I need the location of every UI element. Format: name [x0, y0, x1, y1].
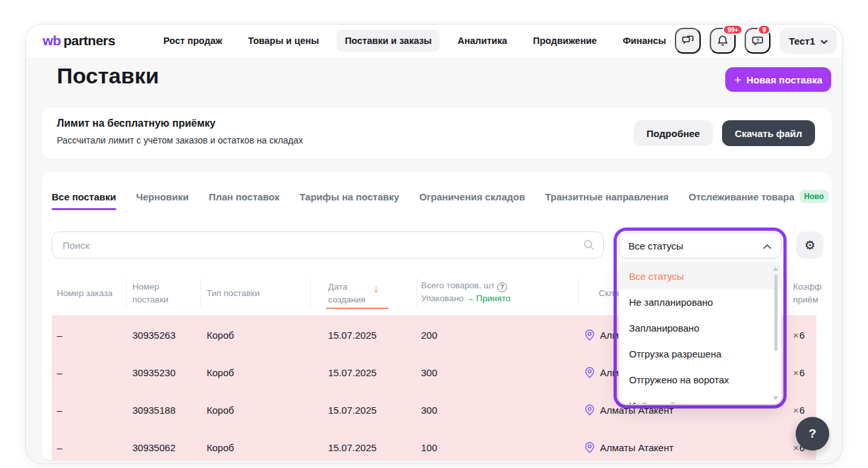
help-fab-button[interactable]: ?	[796, 417, 829, 451]
location-pin-icon	[584, 329, 595, 341]
location-pin-icon	[584, 367, 595, 379]
new-feature-badge: Ново	[800, 190, 829, 203]
chat-icon	[681, 34, 694, 47]
tab-all-supplies[interactable]: Все поставки	[52, 191, 116, 210]
chevron-up-icon	[763, 240, 772, 251]
col-header-acceptance-coeff: Коэфф приём	[793, 281, 822, 306]
table-settings-button[interactable]: ⚙	[796, 231, 823, 259]
multiply-icon: ×	[793, 405, 799, 416]
status-option-shipped-at-gates[interactable]: Отгружено на воротах	[619, 367, 781, 392]
scroll-up-arrow-icon[interactable]	[773, 267, 778, 271]
sort-desc-icon[interactable]: ↓	[373, 283, 378, 295]
nav-item-analytics[interactable]: Аналитика	[449, 30, 515, 52]
banner-actions: Подробнее Скачать файл	[634, 120, 815, 146]
app-window: wbpartners Рост продаж Товары и цены Пос…	[26, 25, 842, 463]
scroll-down-arrow-icon[interactable]	[773, 396, 778, 400]
notifications-badge: 99+	[723, 25, 743, 35]
warehouse-name: Алматы Атакент	[600, 442, 674, 453]
nav-item-finance[interactable]: Финансы	[614, 30, 674, 52]
supplies-panel: Все поставки Черновики План поставок Тар…	[41, 172, 832, 460]
supplies-tabs: Все поставки Черновики План поставок Тар…	[52, 190, 829, 211]
arrow-right-icon: →	[464, 293, 477, 303]
col-header-supply-number: Номер поставки	[132, 281, 169, 306]
col-header-total-goods: Всего товаров, шт? Упаковано→Принято	[421, 279, 510, 305]
brand-logo[interactable]: wbpartners	[43, 33, 115, 48]
column-divider	[417, 278, 417, 308]
banner-subtitle: Рассчитали лимит с учётом заказов и оста…	[57, 135, 303, 145]
tab-supply-tariffs[interactable]: Тарифы на поставку	[300, 191, 399, 210]
tab-goods-tracking[interactable]: Отслеживание товараНово	[688, 190, 828, 211]
tab-supply-plan[interactable]: План поставок	[209, 191, 280, 210]
new-supply-label: Новая поставка	[747, 74, 822, 85]
search-icon	[583, 239, 595, 254]
col-header-created-date[interactable]: Дата создания	[328, 281, 366, 306]
nav-item-goods-prices[interactable]: Товары и цены	[240, 30, 327, 52]
sort-active-underline	[326, 308, 389, 309]
tab-warehouse-limits[interactable]: Ограничения складов	[419, 191, 525, 210]
brand-logo-partners: partners	[63, 33, 115, 48]
tab-goods-tracking-label: Отслеживание товара	[688, 191, 794, 202]
status-filter-select[interactable]: Все статусы	[619, 233, 781, 259]
new-supply-button[interactable]: + Новая поставка	[725, 67, 831, 92]
info-question-icon[interactable]: ?	[497, 282, 507, 292]
nav-item-promotion[interactable]: Продвижение	[524, 30, 605, 52]
nav-item-supplies-orders[interactable]: Поставки и заказы	[336, 30, 440, 52]
support-button[interactable]: ? 9	[745, 28, 770, 54]
scrollbar-thumb[interactable]	[774, 275, 778, 351]
top-navbar: wbpartners Рост продаж Товары и цены Пос…	[26, 25, 842, 57]
plus-icon: +	[734, 74, 741, 86]
status-option-acceptance[interactable]: Идёт приёмка	[619, 392, 781, 404]
multiply-icon: ×	[793, 330, 799, 341]
svg-text:?: ?	[756, 37, 760, 43]
profile-menu[interactable]: Тест1	[780, 28, 837, 54]
multiply-icon: ×	[793, 442, 799, 453]
main-nav: Рост продаж Товары и цены Поставки и зак…	[155, 25, 674, 57]
status-option-all[interactable]: Все статусы	[619, 263, 781, 289]
tab-drafts[interactable]: Черновики	[136, 191, 189, 210]
column-divider	[200, 278, 201, 308]
nav-actions: 99+ ? 9 Тест1	[675, 28, 837, 54]
download-file-button[interactable]: Скачать файл	[722, 120, 815, 146]
tab-transit-directions[interactable]: Транзитные направления	[545, 191, 668, 210]
column-divider	[578, 278, 579, 308]
brand-logo-wb: wb	[43, 33, 61, 48]
profile-name: Тест1	[789, 36, 815, 47]
search-box	[52, 231, 604, 259]
dropdown-scrollbar[interactable]	[772, 266, 779, 401]
bell-icon	[716, 34, 729, 47]
status-options-list: Все статусы Не запланировано Запланирова…	[619, 263, 781, 404]
location-pin-icon	[584, 404, 595, 416]
support-badge: 9	[758, 25, 770, 35]
status-option-planned[interactable]: Запланировано	[619, 315, 781, 341]
help-bubble-icon: ?	[751, 34, 764, 47]
banner-title: Лимит на бесплатную приёмку	[57, 118, 216, 129]
location-pin-icon	[584, 441, 595, 454]
status-option-shipment-allowed[interactable]: Отгрузка разрешена	[619, 341, 781, 367]
nav-item-sales-growth[interactable]: Рост продаж	[155, 30, 231, 52]
notifications-button[interactable]: 99+	[710, 28, 736, 54]
chat-button[interactable]	[675, 28, 701, 54]
col-header-order-number: Номер заказа	[57, 287, 112, 300]
status-filter-highlight-ring: Все статусы Все статусы Не запланировано…	[614, 228, 787, 409]
chevron-down-icon	[820, 36, 828, 47]
table-row[interactable]: – 30935062 Короб 15.07.2025 100 Алматы А…	[52, 436, 816, 459]
free-acceptance-limit-banner: Лимит на бесплатную приёмку Рассчитали л…	[41, 107, 832, 159]
status-filter-value: Все статусы	[628, 240, 683, 251]
column-divider	[310, 278, 311, 308]
page-title: Поставки	[57, 63, 159, 89]
screenshot-canvas: wbpartners Рост продаж Товары и цены Пос…	[0, 0, 868, 468]
status-option-not-planned[interactable]: Не запланировано	[619, 289, 781, 315]
details-button[interactable]: Подробнее	[634, 120, 713, 146]
gear-icon: ⚙	[804, 238, 815, 253]
question-icon: ?	[809, 427, 816, 441]
column-divider	[126, 278, 127, 308]
multiply-icon: ×	[793, 367, 799, 378]
col-header-supply-type: Тип поставки	[207, 287, 260, 300]
search-input[interactable]	[63, 232, 573, 258]
